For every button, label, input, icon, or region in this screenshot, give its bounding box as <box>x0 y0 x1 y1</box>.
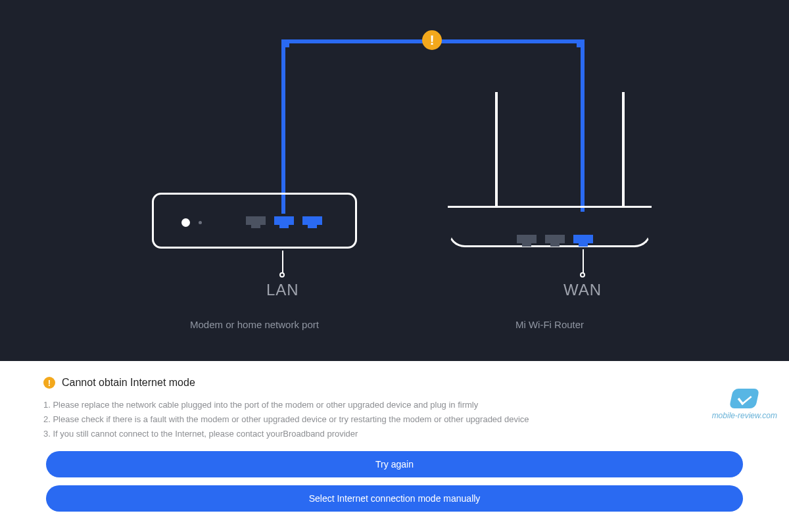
modem-caption: Modem or home network port <box>152 319 357 330</box>
lan-port-label: LAN <box>266 281 299 299</box>
router-caption: Mi Wi-Fi Router <box>448 319 652 330</box>
modem-device <box>152 193 357 249</box>
label-connector <box>282 251 283 274</box>
ethernet-port-icon <box>274 216 294 228</box>
ethernet-port-icon <box>573 235 593 247</box>
connection-warning-icon: ! <box>422 30 442 50</box>
wan-port-label: WAN <box>563 281 602 299</box>
ethernet-port-icon <box>302 216 322 228</box>
select-mode-manually-button[interactable]: Select Internet connection mode manually <box>46 485 743 512</box>
error-panel: ! Cannot obtain Internet mode 1. Please … <box>0 361 789 512</box>
try-again-button[interactable]: Try again <box>46 451 743 477</box>
cable-segment <box>281 39 285 214</box>
connection-diagram-panel: ! <box>0 0 789 361</box>
error-step: 3. If you still cannot connect to the In… <box>43 427 750 441</box>
router-ports <box>448 213 652 239</box>
label-connector <box>583 249 584 274</box>
cable-corner <box>281 39 289 47</box>
modem-led-icon <box>199 221 202 224</box>
ethernet-port-icon <box>517 235 537 247</box>
label-connector <box>279 272 285 278</box>
router-antenna-icon <box>622 92 625 206</box>
cable-segment <box>581 39 585 212</box>
cable-corner <box>577 39 585 47</box>
ethernet-port-icon <box>545 235 565 247</box>
error-title-text: Cannot obtain Internet mode <box>62 377 195 389</box>
router-antenna-icon <box>495 92 498 206</box>
error-step: 1. Please replace the network cable plug… <box>43 398 750 412</box>
label-connector <box>580 272 585 278</box>
modem-led-icon <box>181 218 190 227</box>
error-heading: ! Cannot obtain Internet mode <box>43 377 750 389</box>
warning-icon: ! <box>43 377 55 389</box>
ethernet-port-icon <box>246 216 266 228</box>
error-steps: 1. Please replace the network cable plug… <box>43 398 750 441</box>
connection-diagram: ! <box>0 0 789 361</box>
error-step: 2. Please check if there is a fault with… <box>43 412 750 427</box>
